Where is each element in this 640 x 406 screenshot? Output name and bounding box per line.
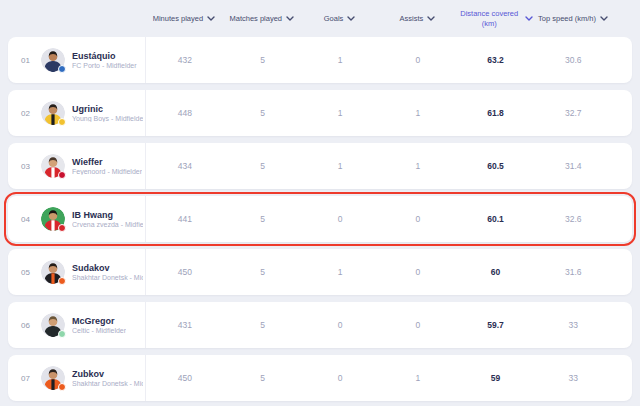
assists-value: 0 [379,320,457,330]
club-badge-icon [58,383,66,391]
player-name: Sudakov [72,263,143,273]
club-badge-icon [58,330,66,338]
minutes-value: 441 [146,214,224,224]
player-row[interactable]: 01 Eustáquio FC Porto - Midfielder 432 5 [8,37,632,83]
column-header-top-speed[interactable]: Top speed (km/h) [534,9,612,28]
distance-value: 60 [457,267,535,277]
player-name: IB Hwang [72,210,143,220]
player-cell: 04 IB Hwang Crvena zvezda - Midfielder [8,196,145,242]
player-row[interactable]: 05 Sudakov Shakhtar Donetsk - Midfiel...… [8,249,632,295]
goals-value: 1 [301,108,379,118]
matches-value: 5 [224,108,302,118]
matches-value: 5 [224,161,302,171]
assists-value: 1 [379,161,457,171]
top-speed-value: 32.6 [534,214,612,224]
player-row[interactable]: 04 IB Hwang Crvena zvezda - Midfielder 4… [8,196,632,242]
goals-value: 0 [301,214,379,224]
player-avatar [41,101,65,125]
column-header-assists[interactable]: Assists [378,9,456,28]
chevron-down-icon [347,16,355,21]
goals-value: 1 [301,55,379,65]
player-row[interactable]: 07 Zubkov Shakhtar Donetsk - Midfiel... … [8,355,632,401]
assists-value: 1 [379,373,457,383]
chevron-down-icon [525,16,533,21]
player-stats-page: Minutes played Matches played Goals Assi… [0,0,640,406]
club-badge-icon [58,65,66,73]
distance-value: 63.2 [457,55,535,65]
minutes-value: 432 [146,55,224,65]
chevron-down-icon [427,16,435,21]
column-headers: Minutes played Matches played Goals Assi… [145,9,632,28]
top-speed-value: 33 [534,373,612,383]
distance-value: 61.8 [457,108,535,118]
rank-label: 02 [21,109,34,118]
player-club-position: Crvena zvezda - Midfielder [72,221,143,228]
player-name: Wieffer [72,157,142,167]
column-header-matches-played[interactable]: Matches played [223,9,301,28]
chevron-down-icon [207,16,215,21]
distance-value: 59 [457,373,535,383]
player-cell: 06 McGregor Celtic - Midfielder [8,302,145,348]
rank-label: 07 [21,374,34,383]
distance-value: 60.5 [457,161,535,171]
minutes-value: 434 [146,161,224,171]
player-name: Eustáquio [72,51,137,61]
top-speed-value: 30.6 [534,55,612,65]
top-speed-value: 31.6 [534,267,612,277]
player-cell: 01 Eustáquio FC Porto - Midfielder [8,37,145,83]
player-cell: 07 Zubkov Shakhtar Donetsk - Midfiel... [8,355,145,401]
player-text: Ugrinic Young Boys - Midfielder [72,104,145,122]
player-avatar [41,154,65,178]
player-name: Zubkov [72,369,143,379]
player-club-position: Shakhtar Donetsk - Midfiel... [72,380,143,387]
player-club-position: FC Porto - Midfielder [72,62,137,69]
column-header-goals[interactable]: Goals [301,9,379,28]
stats-cells: 450 5 1 0 60 31.6 [146,249,632,295]
club-badge-icon [58,118,66,126]
stats-cells: 450 5 0 1 59 33 [146,355,632,401]
player-avatar [41,260,65,284]
column-header-distance-covered[interactable]: Distance covered (km) [456,9,534,28]
player-club-position: Young Boys - Midfielder [72,115,143,122]
stats-cells: 441 5 0 0 60.1 32.6 [146,196,632,242]
club-badge-icon [58,277,66,285]
stats-cells: 432 5 1 0 63.2 30.6 [146,37,632,83]
minutes-value: 431 [146,320,224,330]
player-row[interactable]: 02 Ugrinic Young Boys - Midfielder 448 5 [8,90,632,136]
player-club-position: Feyenoord - Midfielder [72,168,142,175]
player-cell: 02 Ugrinic Young Boys - Midfielder [8,90,145,136]
club-badge-icon [58,224,66,232]
player-text: IB Hwang Crvena zvezda - Midfielder [72,210,145,228]
matches-value: 5 [224,373,302,383]
player-row[interactable]: 03 Wieffer Feyenoord - Midfielder 434 5 … [8,143,632,189]
rank-label: 06 [21,321,34,330]
assists-value: 1 [379,108,457,118]
player-text: Sudakov Shakhtar Donetsk - Midfiel... [72,263,145,281]
assists-value: 0 [379,214,457,224]
goals-value: 0 [301,320,379,330]
player-text: McGregor Celtic - Midfielder [72,316,128,334]
distance-value: 60.1 [457,214,535,224]
column-header-minutes-played[interactable]: Minutes played [145,9,223,28]
rank-label: 01 [21,56,34,65]
chevron-down-icon [600,16,608,21]
player-table-body: 01 Eustáquio FC Porto - Midfielder 432 5 [0,37,640,401]
player-row[interactable]: 06 McGregor Celtic - Midfielder 431 5 0 [8,302,632,348]
matches-value: 5 [224,55,302,65]
rank-label: 03 [21,162,34,171]
club-badge-icon [58,171,66,179]
matches-value: 5 [224,320,302,330]
matches-value: 5 [224,214,302,224]
player-name: Ugrinic [72,104,143,114]
rank-label: 04 [21,215,34,224]
player-text: Wieffer Feyenoord - Midfielder [72,157,144,175]
player-name: McGregor [72,316,126,326]
rank-label: 05 [21,268,34,277]
stats-cells: 434 5 1 1 60.5 31.4 [146,143,632,189]
minutes-value: 450 [146,373,224,383]
player-club-position: Celtic - Midfielder [72,327,126,334]
top-speed-value: 33 [534,320,612,330]
assists-value: 0 [379,55,457,65]
goals-value: 1 [301,161,379,171]
minutes-value: 450 [146,267,224,277]
